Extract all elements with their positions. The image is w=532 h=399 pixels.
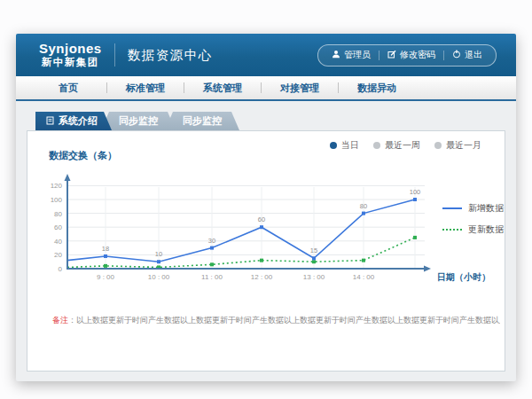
user-menu: 管理员 修改密码 退出 [317, 44, 497, 66]
tab-sync-monitor-2[interactable]: 同步监控 [165, 112, 239, 130]
radio-dot[interactable] [434, 142, 442, 149]
legend-label: 更新数据 [468, 223, 504, 236]
change-password-button[interactable]: 修改密码 [379, 49, 443, 61]
chart-legend: 新增数据 更新数据 [442, 202, 504, 245]
legend-item-new-data: 新增数据 [442, 202, 504, 215]
svg-text:30: 30 [208, 237, 215, 245]
footnote-label: 备注 [52, 316, 68, 325]
logout-button[interactable]: 退出 [444, 49, 490, 61]
tab-sync-monitor-1[interactable]: 同步监控 [101, 112, 176, 130]
tab-label: 同步监控 [119, 114, 158, 128]
svg-text:10: 10 [155, 250, 162, 258]
user-menu-admin-label: 管理员 [344, 49, 371, 61]
radio-last-week-label: 最近一周 [385, 139, 420, 152]
svg-text:40: 40 [54, 238, 62, 246]
nav-item-system[interactable]: 系统管理 [184, 82, 261, 95]
document-icon [46, 116, 54, 127]
svg-text:日期（小时）: 日期（小时） [437, 272, 490, 282]
tab-label: 同步监控 [183, 114, 222, 128]
tab-label: 系统介绍 [59, 114, 98, 128]
radio-today[interactable]: 当日 [330, 139, 359, 152]
main-nav: 首页 标准管理 系统管理 对接管理 数据异动 [16, 76, 516, 101]
svg-text:60: 60 [54, 223, 62, 231]
svg-text:80: 80 [54, 210, 62, 218]
svg-text:12 : 00: 12 : 00 [251, 273, 273, 281]
footnote-text: ：以上数据更新于时间产生数据以上数据更新于时间产生数据以上数据更新于时间产生数据… [68, 316, 500, 325]
svg-text:10 : 00: 10 : 00 [148, 273, 170, 281]
svg-text:11 : 00: 11 : 00 [201, 273, 223, 281]
svg-text:15: 15 [310, 246, 317, 254]
legend-label: 新增数据 [468, 202, 504, 215]
legend-item-updated-data: 更新数据 [442, 223, 504, 236]
logo-chinese-text: 新中新集团 [39, 57, 102, 68]
svg-text:100: 100 [410, 188, 421, 196]
nav-item-home[interactable]: 首页 [30, 82, 106, 95]
svg-text:120: 120 [51, 182, 63, 190]
user-menu-admin[interactable]: 管理员 [324, 49, 379, 61]
header-divider [114, 43, 115, 66]
svg-text:9 : 00: 9 : 00 [97, 273, 115, 281]
app-window: Synjones 新中新集团 数据资源中心 管理员 修改密码 [16, 34, 516, 381]
content-area: 系统介绍 同步监控 同步监控 当日 最近一周 [16, 101, 516, 372]
svg-text:18: 18 [102, 245, 109, 253]
power-icon [452, 50, 461, 60]
page-title: 数据资源中心 [128, 47, 213, 64]
radio-last-week[interactable]: 最近一周 [373, 139, 420, 152]
tab-bar: 系统介绍 同步监控 同步监控 [35, 112, 505, 130]
date-range-filter: 当日 最近一周 最近一月 [330, 139, 481, 152]
logout-label: 退出 [465, 49, 482, 61]
radio-dot[interactable] [373, 142, 380, 149]
nav-item-standards[interactable]: 标准管理 [107, 82, 184, 95]
svg-text:0: 0 [59, 265, 63, 273]
svg-text:80: 80 [360, 202, 367, 210]
change-password-label: 修改密码 [400, 49, 435, 61]
company-logo[interactable]: Synjones 新中新集团 [39, 42, 102, 68]
svg-text:14 : 00: 14 : 00 [353, 273, 375, 281]
tab-system-intro[interactable]: 系统介绍 [35, 112, 112, 130]
svg-text:60: 60 [258, 215, 265, 223]
edit-icon [387, 50, 396, 60]
logo-latin-text: Synjones [39, 42, 102, 57]
svg-text:100: 100 [51, 196, 63, 204]
dotted-line-swatch [442, 229, 462, 231]
footnote: 备注：以上数据更新于时间产生数据以上数据更新于时间产生数据以上数据更新于时间产生… [52, 315, 500, 326]
exchange-chart: 0204060801001209 : 0010 : 0011 : 0012 : … [42, 171, 505, 292]
svg-text:20: 20 [54, 251, 62, 259]
radio-last-month[interactable]: 最近一月 [434, 139, 481, 152]
user-icon [332, 50, 340, 60]
radio-dot[interactable] [330, 142, 337, 149]
radio-last-month-label: 最近一月 [446, 139, 481, 152]
svg-text:13 : 00: 13 : 00 [303, 273, 325, 281]
nav-item-interface[interactable]: 对接管理 [262, 82, 338, 95]
radio-today-label: 当日 [341, 139, 359, 152]
app-header: Synjones 新中新集团 数据资源中心 管理员 修改密码 [16, 34, 516, 76]
solid-line-swatch [442, 207, 462, 209]
chart-panel: 当日 最近一周 最近一月 数据交换（条） 0204060801001209 : … [27, 130, 505, 372]
nav-item-data-change[interactable]: 数据异动 [339, 82, 415, 95]
